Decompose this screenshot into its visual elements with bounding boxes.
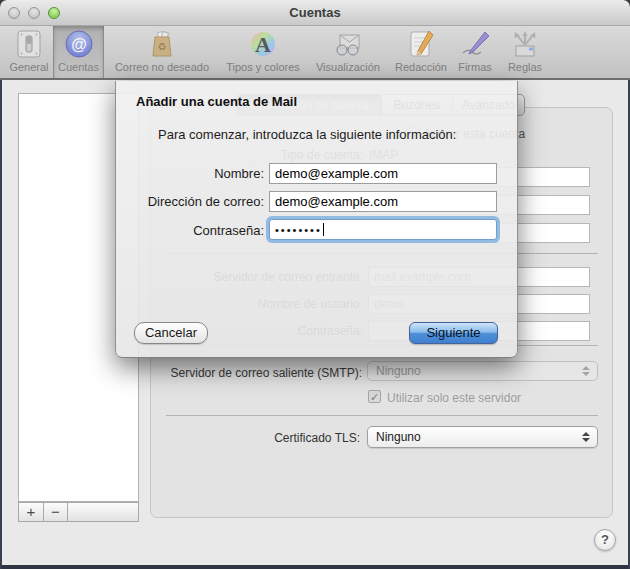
tls-label: Certificado TLS:: [150, 431, 360, 445]
stepper-arrows-icon: [578, 432, 594, 442]
password-label: Contraseña:: [116, 223, 264, 238]
tls-popup-value: Ninguno: [376, 430, 578, 444]
toolbar-item-label: General: [6, 61, 52, 73]
toolbar-item-firmas[interactable]: Firmas: [453, 26, 497, 78]
svg-text:♻: ♻: [158, 41, 167, 52]
password-input[interactable]: ••••••••: [269, 219, 497, 240]
sheet-title: Añadir una cuenta de Mail: [136, 94, 297, 109]
fonts-colors-icon: A: [247, 28, 279, 60]
window-title: Cuentas: [0, 0, 630, 26]
email-input[interactable]: [269, 191, 497, 212]
toolbar-item-label: Tipos y colores: [219, 61, 307, 73]
toolbar-item-label: Cuentas: [53, 61, 104, 73]
viewing-glasses-icon: [332, 28, 364, 60]
sheet-intro: Para comenzar, introduzca la siguiente i…: [158, 127, 456, 142]
toolbar-item-correo-no-deseado[interactable]: ♻ Correo no deseado: [110, 26, 214, 78]
toolbar-item-cuentas[interactable]: @ Cuentas: [53, 26, 104, 78]
toolbar-item-label: Firmas: [453, 61, 497, 73]
rules-arrows-icon: [509, 28, 541, 60]
accounts-list-controls: + −: [18, 502, 139, 522]
use-only-server-checkbox[interactable]: ✓: [368, 390, 381, 403]
toolbar-item-label: Visualización: [310, 61, 386, 73]
email-label: Dirección de correo:: [116, 194, 264, 209]
next-button[interactable]: Siguiente: [409, 322, 498, 344]
signature-pen-icon: [459, 28, 491, 60]
password-bullets: ••••••••: [275, 224, 322, 236]
svg-text:@: @: [71, 36, 87, 53]
toolbar-item-label: Redacción: [391, 61, 451, 73]
stepper-arrows-icon: [578, 366, 594, 376]
check-icon: ✓: [370, 391, 379, 403]
svg-text:A: A: [255, 32, 271, 57]
smtp-popup-value: Ninguno: [376, 364, 578, 378]
switch-icon: [13, 28, 45, 60]
list-controls-filler: [67, 502, 139, 522]
add-account-button[interactable]: +: [18, 502, 44, 522]
toolbar-item-reglas[interactable]: Reglas: [499, 26, 551, 78]
at-icon: @: [63, 28, 95, 60]
toolbar-item-general[interactable]: General: [6, 26, 52, 78]
tls-popup[interactable]: Ninguno: [367, 426, 598, 448]
name-input[interactable]: [269, 163, 497, 184]
help-button[interactable]: ?: [594, 529, 616, 551]
cancel-button[interactable]: Cancelar: [134, 322, 208, 344]
composing-pencil-icon: [405, 28, 437, 60]
titlebar: Cuentas: [0, 0, 630, 26]
toolbar-item-tipos-y-colores[interactable]: A Tipos y colores: [219, 26, 307, 78]
toolbar-item-label: Reglas: [499, 61, 551, 73]
smtp-popup[interactable]: Ninguno: [367, 361, 598, 381]
name-label: Nombre:: [116, 166, 264, 181]
toolbar-item-visualizacion[interactable]: Visualización: [310, 26, 386, 78]
junk-bag-icon: ♻: [146, 28, 178, 60]
toolbar-item-label: Correo no deseado: [110, 61, 214, 73]
add-mail-account-sheet: Añadir una cuenta de Mail Para comenzar,…: [115, 81, 518, 358]
use-only-server-label: Utilizar solo este servidor: [387, 391, 521, 405]
text-caret: [323, 223, 324, 236]
remove-account-button[interactable]: −: [43, 502, 68, 522]
smtp-label: Servidor de correo saliente (SMTP):: [138, 366, 362, 380]
toolbar: General @ Cuentas ♻ Correo no deseado: [0, 26, 630, 80]
toolbar-item-redaccion[interactable]: Redacción: [391, 26, 451, 78]
mail-preferences-window: Cuentas General @ Cuentas: [0, 0, 630, 569]
divider: [166, 415, 598, 416]
